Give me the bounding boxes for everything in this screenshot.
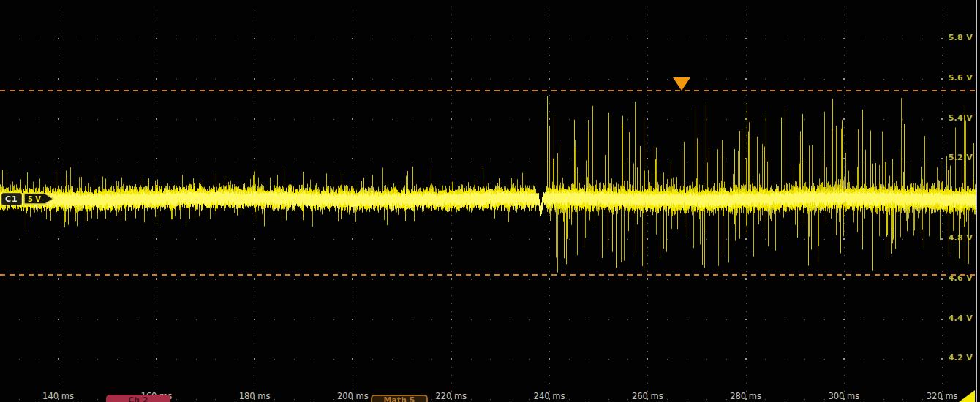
waveform-canvas <box>0 0 980 402</box>
right-edge-divider <box>976 0 977 402</box>
tab-channel-2[interactable]: Ch 2 <box>106 395 170 402</box>
channel-name-label: C1 <box>1 193 22 205</box>
tab-math-5[interactable]: Math 5 <box>371 395 428 402</box>
channel-scale-label: 5 V <box>28 195 41 203</box>
channel-scale-tag-icon: 5 V <box>23 193 54 205</box>
tab-channel-2-label: Ch 2 <box>128 395 148 402</box>
channel-c1-badge[interactable]: C1 5 V <box>1 192 54 205</box>
corner-overflow-icon[interactable] <box>959 390 975 402</box>
oscilloscope-display: 5.8 V5.6 V5.4 V5.2 V5.0 V4.8 V4.6 V4.4 V… <box>0 0 980 402</box>
tab-math-5-label: Math 5 <box>384 395 415 402</box>
trigger-marker-icon[interactable] <box>673 77 690 91</box>
